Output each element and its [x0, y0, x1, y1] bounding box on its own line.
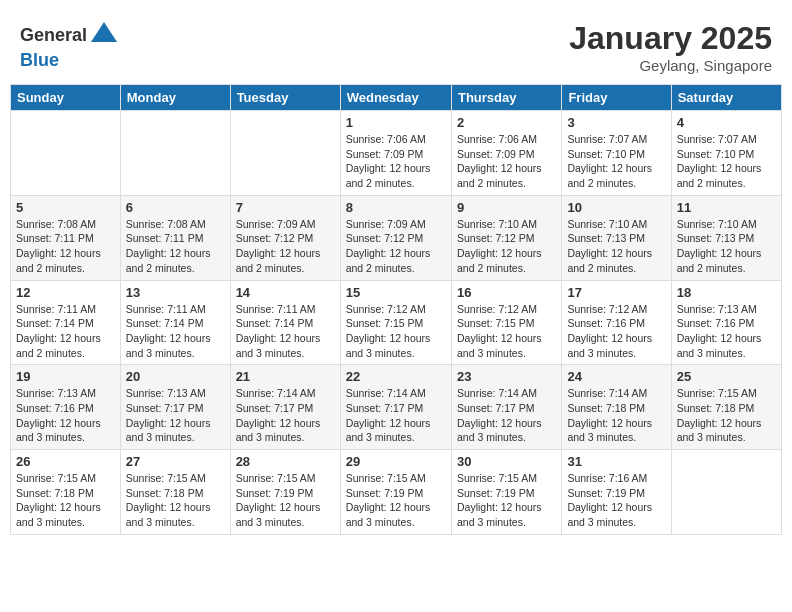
day-number: 22 [346, 369, 446, 384]
day-info: Sunrise: 7:11 AMSunset: 7:14 PMDaylight:… [126, 302, 225, 361]
day-number: 15 [346, 285, 446, 300]
day-number: 8 [346, 200, 446, 215]
day-info: Sunrise: 7:15 AMSunset: 7:19 PMDaylight:… [346, 471, 446, 530]
week-row-4: 19Sunrise: 7:13 AMSunset: 7:16 PMDayligh… [11, 365, 782, 450]
logo: General Blue [20, 20, 119, 71]
day-number: 24 [567, 369, 665, 384]
day-cell: 2Sunrise: 7:06 AMSunset: 7:09 PMDaylight… [451, 111, 561, 196]
day-cell: 18Sunrise: 7:13 AMSunset: 7:16 PMDayligh… [671, 280, 781, 365]
day-info: Sunrise: 7:15 AMSunset: 7:18 PMDaylight:… [677, 386, 776, 445]
day-cell: 27Sunrise: 7:15 AMSunset: 7:18 PMDayligh… [120, 450, 230, 535]
day-cell: 15Sunrise: 7:12 AMSunset: 7:15 PMDayligh… [340, 280, 451, 365]
day-cell [230, 111, 340, 196]
day-number: 25 [677, 369, 776, 384]
day-number: 23 [457, 369, 556, 384]
day-info: Sunrise: 7:13 AMSunset: 7:17 PMDaylight:… [126, 386, 225, 445]
day-info: Sunrise: 7:12 AMSunset: 7:15 PMDaylight:… [346, 302, 446, 361]
day-cell: 7Sunrise: 7:09 AMSunset: 7:12 PMDaylight… [230, 195, 340, 280]
logo-icon [89, 20, 119, 50]
day-number: 27 [126, 454, 225, 469]
col-header-saturday: Saturday [671, 85, 781, 111]
day-info: Sunrise: 7:14 AMSunset: 7:17 PMDaylight:… [236, 386, 335, 445]
day-cell: 14Sunrise: 7:11 AMSunset: 7:14 PMDayligh… [230, 280, 340, 365]
day-cell: 31Sunrise: 7:16 AMSunset: 7:19 PMDayligh… [562, 450, 671, 535]
day-cell: 19Sunrise: 7:13 AMSunset: 7:16 PMDayligh… [11, 365, 121, 450]
day-info: Sunrise: 7:13 AMSunset: 7:16 PMDaylight:… [16, 386, 115, 445]
day-number: 30 [457, 454, 556, 469]
day-cell: 20Sunrise: 7:13 AMSunset: 7:17 PMDayligh… [120, 365, 230, 450]
day-cell [11, 111, 121, 196]
svg-marker-0 [91, 22, 117, 42]
logo-general: General [20, 25, 87, 46]
day-number: 17 [567, 285, 665, 300]
day-info: Sunrise: 7:09 AMSunset: 7:12 PMDaylight:… [346, 217, 446, 276]
day-cell: 28Sunrise: 7:15 AMSunset: 7:19 PMDayligh… [230, 450, 340, 535]
day-info: Sunrise: 7:15 AMSunset: 7:19 PMDaylight:… [457, 471, 556, 530]
day-number: 26 [16, 454, 115, 469]
day-number: 10 [567, 200, 665, 215]
week-row-2: 5Sunrise: 7:08 AMSunset: 7:11 PMDaylight… [11, 195, 782, 280]
day-number: 9 [457, 200, 556, 215]
col-header-friday: Friday [562, 85, 671, 111]
location: Geylang, Singapore [569, 57, 772, 74]
day-number: 18 [677, 285, 776, 300]
day-info: Sunrise: 7:11 AMSunset: 7:14 PMDaylight:… [236, 302, 335, 361]
day-info: Sunrise: 7:08 AMSunset: 7:11 PMDaylight:… [16, 217, 115, 276]
day-cell: 29Sunrise: 7:15 AMSunset: 7:19 PMDayligh… [340, 450, 451, 535]
day-cell [120, 111, 230, 196]
week-row-3: 12Sunrise: 7:11 AMSunset: 7:14 PMDayligh… [11, 280, 782, 365]
day-cell: 23Sunrise: 7:14 AMSunset: 7:17 PMDayligh… [451, 365, 561, 450]
day-cell: 24Sunrise: 7:14 AMSunset: 7:18 PMDayligh… [562, 365, 671, 450]
day-info: Sunrise: 7:06 AMSunset: 7:09 PMDaylight:… [346, 132, 446, 191]
day-info: Sunrise: 7:14 AMSunset: 7:17 PMDaylight:… [457, 386, 556, 445]
day-cell: 22Sunrise: 7:14 AMSunset: 7:17 PMDayligh… [340, 365, 451, 450]
month-title: January 2025 [569, 20, 772, 57]
day-info: Sunrise: 7:14 AMSunset: 7:18 PMDaylight:… [567, 386, 665, 445]
day-info: Sunrise: 7:09 AMSunset: 7:12 PMDaylight:… [236, 217, 335, 276]
day-info: Sunrise: 7:13 AMSunset: 7:16 PMDaylight:… [677, 302, 776, 361]
calendar-table: SundayMondayTuesdayWednesdayThursdayFrid… [10, 84, 782, 535]
day-info: Sunrise: 7:15 AMSunset: 7:18 PMDaylight:… [16, 471, 115, 530]
day-info: Sunrise: 7:06 AMSunset: 7:09 PMDaylight:… [457, 132, 556, 191]
week-row-1: 1Sunrise: 7:06 AMSunset: 7:09 PMDaylight… [11, 111, 782, 196]
day-cell: 25Sunrise: 7:15 AMSunset: 7:18 PMDayligh… [671, 365, 781, 450]
logo-blue: Blue [20, 50, 59, 71]
day-info: Sunrise: 7:15 AMSunset: 7:18 PMDaylight:… [126, 471, 225, 530]
day-info: Sunrise: 7:11 AMSunset: 7:14 PMDaylight:… [16, 302, 115, 361]
day-cell: 9Sunrise: 7:10 AMSunset: 7:12 PMDaylight… [451, 195, 561, 280]
calendar-header-row: SundayMondayTuesdayWednesdayThursdayFrid… [11, 85, 782, 111]
week-row-5: 26Sunrise: 7:15 AMSunset: 7:18 PMDayligh… [11, 450, 782, 535]
day-info: Sunrise: 7:10 AMSunset: 7:12 PMDaylight:… [457, 217, 556, 276]
col-header-tuesday: Tuesday [230, 85, 340, 111]
day-number: 6 [126, 200, 225, 215]
day-info: Sunrise: 7:14 AMSunset: 7:17 PMDaylight:… [346, 386, 446, 445]
day-number: 2 [457, 115, 556, 130]
day-info: Sunrise: 7:12 AMSunset: 7:15 PMDaylight:… [457, 302, 556, 361]
col-header-sunday: Sunday [11, 85, 121, 111]
day-number: 3 [567, 115, 665, 130]
title-area: January 2025 Geylang, Singapore [569, 20, 772, 74]
day-number: 21 [236, 369, 335, 384]
day-cell: 10Sunrise: 7:10 AMSunset: 7:13 PMDayligh… [562, 195, 671, 280]
col-header-monday: Monday [120, 85, 230, 111]
day-number: 28 [236, 454, 335, 469]
day-number: 14 [236, 285, 335, 300]
day-info: Sunrise: 7:07 AMSunset: 7:10 PMDaylight:… [567, 132, 665, 191]
day-number: 11 [677, 200, 776, 215]
day-number: 7 [236, 200, 335, 215]
day-info: Sunrise: 7:10 AMSunset: 7:13 PMDaylight:… [567, 217, 665, 276]
day-cell: 12Sunrise: 7:11 AMSunset: 7:14 PMDayligh… [11, 280, 121, 365]
day-cell: 6Sunrise: 7:08 AMSunset: 7:11 PMDaylight… [120, 195, 230, 280]
col-header-thursday: Thursday [451, 85, 561, 111]
day-info: Sunrise: 7:08 AMSunset: 7:11 PMDaylight:… [126, 217, 225, 276]
day-info: Sunrise: 7:07 AMSunset: 7:10 PMDaylight:… [677, 132, 776, 191]
day-cell: 13Sunrise: 7:11 AMSunset: 7:14 PMDayligh… [120, 280, 230, 365]
day-number: 12 [16, 285, 115, 300]
day-info: Sunrise: 7:15 AMSunset: 7:19 PMDaylight:… [236, 471, 335, 530]
day-number: 31 [567, 454, 665, 469]
day-number: 13 [126, 285, 225, 300]
day-number: 16 [457, 285, 556, 300]
day-info: Sunrise: 7:12 AMSunset: 7:16 PMDaylight:… [567, 302, 665, 361]
day-cell: 3Sunrise: 7:07 AMSunset: 7:10 PMDaylight… [562, 111, 671, 196]
day-cell: 21Sunrise: 7:14 AMSunset: 7:17 PMDayligh… [230, 365, 340, 450]
